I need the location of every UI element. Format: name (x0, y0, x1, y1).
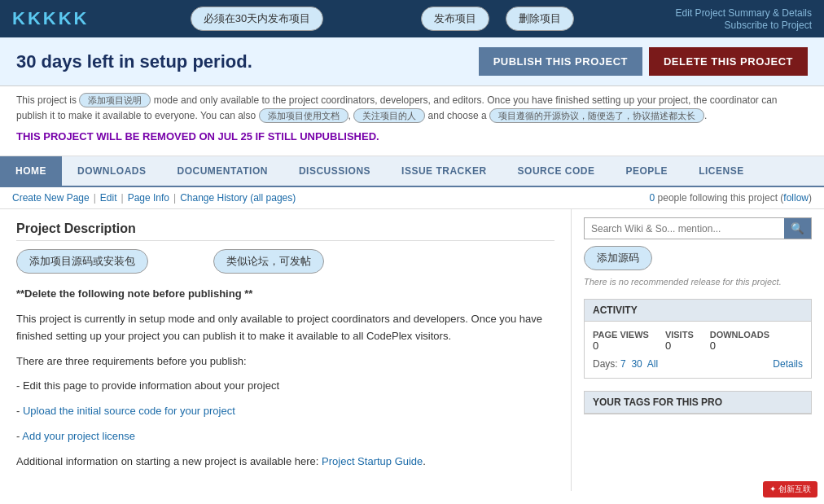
activity-header: ACTIVITY (585, 300, 811, 322)
downloads-label: DOWNLOADS (710, 330, 769, 340)
tab-home[interactable]: HOME (0, 156, 62, 186)
bubble-add-desc-inline: 添加项目说明 (79, 93, 151, 107)
delete-button[interactable]: DELETE THIS PROJECT (649, 47, 808, 76)
visits-value: 0 (665, 340, 694, 352)
logo: KKKKK (12, 8, 89, 29)
upload-source-link[interactable]: Upload the initial source code for your … (23, 405, 235, 417)
edit-link[interactable]: Edit (100, 192, 117, 204)
page-info-link[interactable]: Page Info (128, 192, 169, 204)
info-section: This project is 添加项目说明 mode and only ava… (0, 86, 824, 156)
add-source-bubble-area: 添加源码 (584, 246, 812, 270)
bubble-add-docs-inline: 添加项目使用文档 (259, 108, 348, 123)
source-bubble: 添加项目源码或安装包 (16, 249, 148, 274)
info-text-part4: and choose a (425, 110, 489, 121)
page-views-label: PAGE VIEWS (593, 330, 649, 340)
change-history-link[interactable]: Change History (all pages) (180, 192, 296, 204)
tags-section: YOUR TAGS FOR THIS PRO (584, 391, 812, 414)
info-text-part1: This project is (16, 94, 79, 106)
left-content: Project Description 添加项目源码或安装包 类似论坛，可发帖 … (0, 209, 572, 490)
days-label: Days: (593, 358, 618, 370)
must-publish-bubble: 必须在30天内发布项目 (191, 7, 323, 31)
create-new-page-link[interactable]: Create New Page (12, 192, 90, 204)
visits-stat: VISITS 0 (665, 330, 694, 352)
delete-bubble: 删除项目 (506, 7, 574, 31)
no-release-text: There is no recommended release for this… (584, 277, 812, 287)
tab-license[interactable]: LICENSE (683, 156, 760, 186)
header-links: Edit Project Summary & Details Subscribe… (676, 7, 812, 31)
content-bubbles: 添加项目源码或安装包 类似论坛，可发帖 (16, 249, 554, 274)
watermark: ✦ 创新互联 (763, 481, 817, 491)
nav-tabs: HOME DOWNLOADS DOCUMENTATION DISCUSSIONS… (0, 156, 824, 187)
all-link[interactable]: All (647, 358, 658, 370)
requirements-intro: There are three requirements before you … (16, 353, 554, 370)
followers-count: 0 (650, 192, 655, 204)
info-text-part5: . (704, 110, 707, 121)
sep3: | (173, 192, 176, 204)
additional-info: Additional information on starting a new… (16, 454, 554, 471)
req2: - Upload the initial source code for you… (16, 403, 554, 420)
main-content: Project Description 添加项目源码或安装包 类似论坛，可发帖 … (0, 209, 824, 490)
activity-body: PAGE VIEWS 0 VISITS 0 DOWNLOADS 0 (585, 322, 811, 378)
search-button[interactable]: 🔍 (784, 218, 811, 239)
tab-documentation[interactable]: DOCUMENTATION (162, 156, 283, 186)
page-wrapper: KKKKK 必须在30天内发布项目 发布项目 删除项目 Edit Project… (0, 0, 824, 491)
search-input[interactable] (585, 218, 784, 239)
sep1: | (94, 192, 96, 204)
bubble-follow-inline: 关注项目的人 (353, 108, 425, 123)
followers-text: people following this project (658, 192, 778, 204)
section-title: Project Description (16, 221, 554, 241)
sub-nav: Create New Page | Edit | Page Info | Cha… (0, 187, 824, 209)
search-icon: 🔍 (791, 222, 804, 234)
day7-link[interactable]: 7 (620, 358, 626, 370)
subscribe-link[interactable]: Subscribe to Project (725, 20, 812, 31)
activity-days: Days: 7 30 All Details (593, 358, 803, 370)
tab-discussions[interactable]: DISCUSSIONS (283, 156, 386, 186)
add-source-bubble: 添加源码 (584, 246, 652, 270)
details-link[interactable]: Details (773, 358, 803, 370)
publish-bubble: 发布项目 (421, 7, 489, 31)
banner-title: 30 days left in setup period. (16, 51, 252, 72)
startup-guide-link[interactable]: Project Startup Guide (322, 455, 423, 467)
bubble-license-inline: 项目遵循的开源协议，随便选了，协议描述都太长 (489, 108, 704, 123)
sep2: | (121, 192, 124, 204)
activity-section: ACTIVITY PAGE VIEWS 0 VISITS 0 DOWNLOADS (584, 299, 812, 379)
delete-note: **Delete the following note before publi… (16, 287, 252, 300)
tab-issue-tracker[interactable]: ISSUE TRACKER (386, 156, 502, 186)
search-box: 🔍 (584, 217, 812, 239)
setup-mode-text: This project is currently in setup mode … (16, 311, 554, 345)
banner: 30 days left in setup period. PUBLISH TH… (0, 37, 824, 86)
followers-info: 0 people following this project (follow) (650, 192, 812, 204)
req1: - Edit this page to provide information … (16, 378, 554, 395)
banner-buttons: PUBLISH THIS PROJECT DELETE THIS PROJECT (479, 47, 808, 76)
tab-source-code[interactable]: SOURCE CODE (502, 156, 611, 186)
downloads-value: 0 (710, 340, 769, 352)
page-views-value: 0 (593, 340, 649, 352)
add-license-link[interactable]: Add your project license (22, 430, 135, 442)
edit-project-link[interactable]: Edit Project Summary & Details (676, 7, 812, 19)
warning-text: THIS PROJECT WILL BE REMOVED ON JUL 25 I… (16, 129, 808, 146)
day30-link[interactable]: 30 (631, 358, 642, 370)
activity-stats: PAGE VIEWS 0 VISITS 0 DOWNLOADS 0 (593, 330, 803, 352)
tab-downloads[interactable]: DOWNLOADS (62, 156, 162, 186)
header: KKKKK 必须在30天内发布项目 发布项目 删除项目 Edit Project… (0, 0, 824, 37)
page-views-stat: PAGE VIEWS 0 (593, 330, 649, 352)
info-text: This project is 添加项目说明 mode and only ava… (16, 93, 808, 124)
req3: - Add your project license (16, 428, 554, 445)
content-text: **Delete the following note before publi… (16, 286, 554, 470)
publish-button[interactable]: PUBLISH THIS PROJECT (479, 47, 642, 76)
right-sidebar: 🔍 添加源码 There is no recommended release f… (572, 209, 824, 490)
tab-people[interactable]: PEOPLE (610, 156, 683, 186)
visits-label: VISITS (665, 330, 694, 340)
downloads-stat: DOWNLOADS 0 (710, 330, 769, 352)
tags-header: YOUR TAGS FOR THIS PRO (585, 392, 811, 414)
forum-bubble: 类似论坛，可发帖 (213, 249, 324, 274)
follow-link[interactable]: follow (783, 192, 809, 204)
